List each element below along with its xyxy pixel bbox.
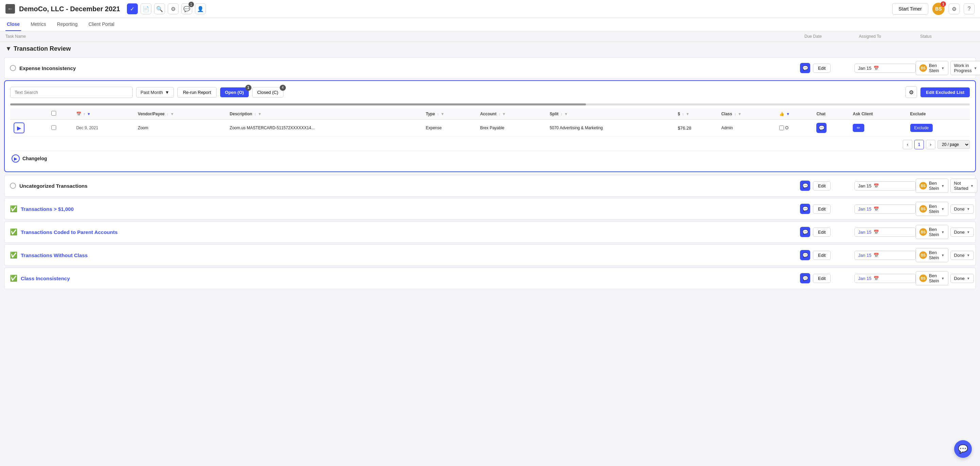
search-input[interactable] [10, 87, 133, 98]
task-name-1000[interactable]: Transactions > $1,000 [21, 206, 74, 212]
closed-tab-button[interactable]: Closed (C) 4 [252, 87, 283, 98]
prev-page-button[interactable]: ‹ [903, 140, 912, 150]
assignee-select-1000[interactable]: BS Ben Stein ▼ [916, 202, 948, 216]
edit-button[interactable]: Edit [813, 64, 830, 73]
row-description-cell: Zoom.us MASTERCARD-511572XXXXXX14... [226, 120, 422, 137]
col-task-name: Task Name [5, 34, 804, 39]
status-select-done-parent[interactable]: Done ▼ [950, 227, 974, 237]
checkmark-icon-btn[interactable]: ✓ [127, 3, 138, 14]
desc-filter-icon[interactable]: ▼ [258, 112, 262, 116]
date-filter-icon[interactable]: ▼ [87, 112, 91, 116]
comment-btn-1000[interactable]: 💬 [800, 204, 810, 214]
class-sort-icon[interactable]: ↕ [734, 112, 736, 116]
assignee-select-classinconsistency[interactable]: BS Ben Stein ▼ [916, 271, 948, 285]
edit-btn-class[interactable]: Edit [813, 251, 830, 260]
due-date-uncategorized[interactable]: Jan 15 📅 [854, 181, 916, 191]
person-icon-btn[interactable]: 👤 [195, 3, 206, 14]
help-icon-btn[interactable]: ? [964, 3, 975, 14]
open-tab-button[interactable]: Open (O) 1 [220, 87, 249, 97]
due-date-classinconsistency[interactable]: Jan 15 📅 [854, 274, 916, 283]
assignee-select-parent[interactable]: BS Ben Stein ▼ [916, 225, 948, 239]
page-size-select[interactable]: 20 / page 50 / page 100 / page [937, 140, 970, 149]
status-select-done-1000[interactable]: Done ▼ [950, 204, 974, 214]
assignee-select-uncategorized[interactable]: BS Ben Stein ▼ [916, 178, 948, 193]
assignee-chevron-class: ▼ [941, 253, 945, 257]
ask-client-button[interactable]: ✏ [853, 124, 864, 132]
comment-btn-class[interactable]: 💬 [800, 250, 810, 260]
row-chat-button[interactable]: 💬 [816, 123, 827, 133]
vendor-filter-icon[interactable]: ▼ [170, 112, 174, 116]
edit-btn-classinconsistency[interactable]: Edit [813, 274, 830, 283]
rerun-report-button[interactable]: Re-run Report [177, 87, 217, 98]
search-icon-btn[interactable]: 🔍 [154, 3, 165, 14]
edit-btn-1000[interactable]: Edit [813, 204, 830, 214]
edit-excluded-list-button[interactable]: Edit Excluded List [920, 87, 970, 97]
due-date-parent[interactable]: Jan 15 📅 [854, 227, 916, 237]
edit-btn-uncategorized[interactable]: Edit [813, 181, 830, 191]
table-settings-button[interactable]: ⚙ [905, 86, 917, 98]
assignee-select[interactable]: BS Ben Stein ▼ [916, 61, 948, 75]
due-date-1000[interactable]: Jan 15 📅 [854, 204, 916, 214]
task-radio[interactable] [10, 65, 16, 71]
due-date-field[interactable]: Jan 15 📅 [854, 64, 916, 73]
gear-icon-btn[interactable]: ⚙ [168, 3, 179, 14]
vote-filter-icon[interactable]: ▼ [786, 112, 790, 116]
settings-icon-btn[interactable]: ⚙ [949, 3, 959, 14]
date-sort-icon[interactable]: ↑ [83, 112, 85, 116]
status-select-done-classinconsistency[interactable]: Done ▼ [950, 274, 974, 283]
page-1-button[interactable]: 1 [914, 140, 924, 150]
chat-icon-btn[interactable]: 💬 1 [181, 3, 192, 14]
amount-filter-icon[interactable]: ▼ [686, 112, 689, 116]
vendor-sort-icon[interactable]: ↕ [167, 112, 169, 116]
type-sort-icon[interactable]: ↕ [437, 112, 439, 116]
task-name-class[interactable]: Transactions Without Class [21, 252, 88, 258]
row-checkbox[interactable] [51, 125, 56, 130]
transactions-parent-row: ✅ Transactions Coded to Parent Accounts … [4, 221, 976, 243]
task-actions-class: 💬 Edit [800, 250, 854, 260]
section-chevron-icon[interactable]: ▼ [5, 45, 11, 52]
comment-btn-parent[interactable]: 💬 [800, 227, 810, 237]
account-sort-icon[interactable]: ↕ [498, 112, 500, 116]
desc-sort-icon[interactable]: ↕ [254, 112, 256, 116]
edit-btn-parent[interactable]: Edit [813, 227, 830, 237]
assignee-select-class[interactable]: BS Ben Stein ▼ [916, 248, 948, 262]
split-filter-icon[interactable]: ▼ [564, 112, 568, 116]
task-actions-classinconsistency: 💬 Edit [800, 273, 854, 283]
tab-metrics[interactable]: Metrics [29, 18, 47, 31]
tab-client-portal[interactable]: Client Portal [87, 18, 116, 31]
task-name-classinconsistency[interactable]: Class Inconsistency [21, 275, 70, 281]
next-page-button[interactable]: › [926, 140, 935, 150]
class-filter-icon[interactable]: ▼ [738, 112, 741, 116]
comment-btn-classinconsistency[interactable]: 💬 [800, 273, 810, 283]
changelog-row[interactable]: ▶ Changelog [10, 151, 970, 166]
uncategorized-radio[interactable] [10, 183, 16, 189]
vote-checkbox[interactable] [779, 126, 784, 130]
assignee-name-uncategorized: Ben Stein [929, 181, 939, 191]
type-filter-icon[interactable]: ▼ [441, 112, 444, 116]
start-timer-button[interactable]: Start Timer [892, 3, 928, 14]
period-select[interactable]: Past Month ▼ [136, 87, 174, 98]
green-check-class: ✅ [10, 251, 18, 259]
tab-reporting[interactable]: Reporting [56, 18, 79, 31]
amount-sort-icon[interactable]: ↕ [682, 112, 684, 116]
vote-value: O [785, 126, 788, 130]
tab-close[interactable]: Close [5, 18, 21, 31]
status-select-wip[interactable]: Work in Progress ▼ [950, 61, 980, 75]
comment-btn-uncategorized[interactable]: 💬 [800, 181, 810, 191]
select-all-checkbox[interactable] [51, 111, 56, 116]
split-sort-icon[interactable]: ↕ [561, 112, 563, 116]
row-expand-button[interactable]: ▶ [14, 122, 24, 134]
task-name-parent[interactable]: Transactions Coded to Parent Accounts [21, 229, 118, 235]
status-select-done-class[interactable]: Done ▼ [950, 251, 974, 260]
status-select-not-started[interactable]: Not Started ▼ [950, 178, 978, 193]
document-icon-btn[interactable]: 📄 [140, 3, 151, 14]
back-button[interactable]: ← [5, 4, 15, 14]
scroll-thumb[interactable] [10, 103, 586, 105]
company-title: DemoCo, LLC - December 2021 [19, 5, 120, 13]
status-chevron-icon: ▼ [974, 66, 977, 70]
calendar-icon: 📅 [873, 66, 879, 71]
comment-button[interactable]: 💬 [800, 63, 810, 73]
due-date-class[interactable]: Jan 15 📅 [854, 251, 916, 260]
exclude-button[interactable]: Exclude [910, 124, 933, 132]
account-filter-icon[interactable]: ▼ [502, 112, 506, 116]
